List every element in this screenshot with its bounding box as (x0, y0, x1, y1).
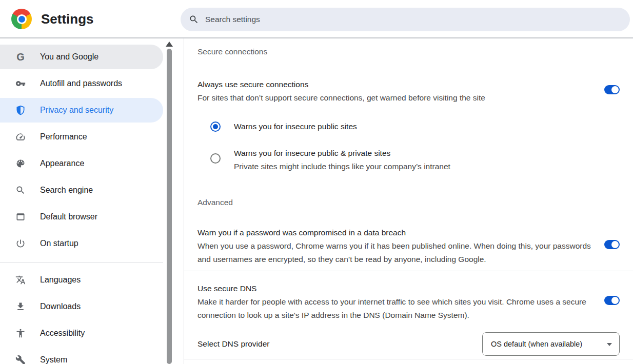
sidebar-item-default-browser[interactable]: Default browser (0, 205, 163, 229)
radio-warn-public-private-sites[interactable]: Warns you for insecure public & private … (210, 147, 450, 173)
key-icon (15, 78, 26, 89)
sidebar-item-search-engine[interactable]: Search engine (0, 178, 163, 203)
section-title-secure-connections: Secure connections (197, 46, 267, 57)
dns-provider-select[interactable]: OS default (when available) (482, 332, 620, 356)
dns-provider-row: Select DNS provider OS default (when ava… (197, 332, 620, 356)
sidebar-item-languages[interactable]: Languages (0, 268, 163, 292)
scrollbar-up-arrow[interactable] (166, 41, 173, 47)
search-settings-bar[interactable] (181, 8, 630, 31)
always-secure-connections-toggle[interactable] (604, 85, 620, 94)
password-breach-row: Warn you if a password was compromised i… (197, 226, 597, 266)
dns-provider-label: Select DNS provider (197, 339, 269, 349)
page-title: Settings (41, 11, 94, 27)
header: Settings (0, 0, 633, 38)
dropdown-arrow-icon (607, 343, 612, 346)
search-input[interactable] (205, 8, 616, 31)
secure-dns-row: Use secure DNS Make it harder for people… (197, 282, 597, 322)
radio-unselected-icon[interactable] (210, 153, 221, 164)
search-icon (189, 14, 199, 25)
scrollbar-thumb[interactable] (167, 49, 172, 364)
radio-selected-icon[interactable] (210, 122, 221, 132)
chrome-logo-icon (11, 9, 32, 29)
section-title-advanced: Advanced (197, 197, 233, 208)
setting-subtitle: For sites that don’t support secure conn… (197, 91, 597, 105)
radio-warn-public-sites[interactable]: Warns you for insecure public sites (210, 122, 357, 132)
sidebar-item-appearance[interactable]: Appearance (0, 151, 163, 176)
section-divider (184, 359, 633, 359)
setting-subtitle: Make it harder for people with access to… (197, 295, 597, 322)
chrome-settings-page: Settings G You and Google Autofill and p… (0, 0, 633, 364)
sidebar-divider (0, 262, 163, 262)
sidebar-nav: G You and Google Autofill and passwords … (0, 38, 163, 364)
setting-subtitle: When you use a password, Chrome warns yo… (197, 239, 597, 266)
sidebar-item-on-startup[interactable]: On startup (0, 231, 163, 256)
shield-half-icon (15, 105, 26, 115)
sidebar-item-autofill[interactable]: Autofill and passwords (0, 71, 163, 96)
setting-title: Always use secure connections (197, 78, 597, 91)
power-icon (15, 238, 26, 249)
download-icon (15, 301, 26, 312)
speedometer-icon (15, 132, 26, 142)
google-g-icon: G (15, 52, 26, 62)
dns-provider-selected-value: OS default (when available) (491, 340, 582, 348)
browser-window-icon (15, 212, 26, 222)
always-secure-connections-row: Always use secure connections For sites … (197, 78, 597, 105)
sidebar-item-accessibility[interactable]: Accessibility (0, 321, 163, 346)
sidebar-item-privacy-and-security[interactable]: Privacy and security (0, 98, 163, 123)
sidebar-item-you-and-google[interactable]: G You and Google (0, 45, 163, 69)
wrench-icon (15, 355, 26, 364)
sidebar-item-performance[interactable]: Performance (0, 125, 163, 149)
accessibility-person-icon (15, 328, 26, 338)
sidebar-item-system[interactable]: System (0, 348, 163, 364)
magnifier-icon (15, 185, 26, 195)
password-breach-toggle[interactable] (604, 240, 620, 249)
sidebar-scrollbar[interactable] (165, 38, 173, 364)
translate-icon (15, 275, 26, 285)
section-divider (184, 271, 633, 271)
setting-title: Warn you if a password was compromised i… (197, 226, 597, 239)
setting-title: Use secure DNS (197, 282, 597, 295)
sidebar-item-downloads[interactable]: Downloads (0, 294, 163, 319)
privacy-security-content: Secure connections Always use secure con… (184, 38, 633, 364)
secure-dns-toggle[interactable] (604, 296, 620, 305)
palette-icon (15, 158, 26, 169)
